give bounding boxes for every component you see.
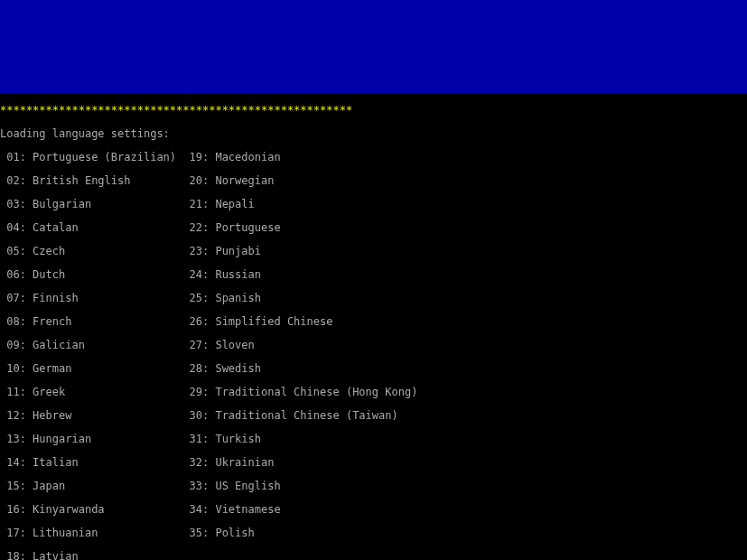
- lang-row: 10: German 28: Swedish: [0, 363, 747, 375]
- lang-row: 16: Kinyarwanda 34: Vietnamese: [0, 504, 747, 516]
- lang-row: 06: Dutch 24: Russian: [0, 269, 747, 281]
- lang-row: 05: Czech 23: Punjabi: [0, 246, 747, 257]
- lang-row: 02: British English 20: Norwegian: [0, 175, 747, 187]
- lang-row: 01: Portuguese (Brazilian) 19: Macedonia…: [0, 152, 747, 163]
- lang-row: 18: Latvian: [0, 551, 747, 560]
- lang-row: 07: Finnish 25: Spanish: [0, 293, 747, 304]
- lang-row: 13: Hungarian 31: Turkish: [0, 434, 747, 445]
- loading-header: Loading language settings:: [0, 128, 747, 140]
- lang-row: 03: Bulgarian 21: Nepali: [0, 199, 747, 210]
- divider: ****************************************…: [0, 105, 747, 117]
- lang-row: 14: Italian 32: Ukrainian: [0, 457, 747, 469]
- lang-row: 08: French 26: Simplified Chinese: [0, 316, 747, 328]
- lang-row: 09: Galician 27: Sloven: [0, 340, 747, 351]
- terminal-output: ****************************************…: [0, 93, 747, 560]
- lang-row: 11: Greek 29: Traditional Chinese (Hong …: [0, 387, 747, 398]
- lang-row: 12: Hebrew 30: Traditional Chinese (Taiw…: [0, 410, 747, 422]
- lang-row: 04: Catalan 22: Portuguese: [0, 222, 747, 234]
- blue-band: [0, 0, 747, 93]
- lang-row: 17: Lithuanian 35: Polish: [0, 527, 747, 539]
- lang-row: 15: Japan 33: US English: [0, 481, 747, 492]
